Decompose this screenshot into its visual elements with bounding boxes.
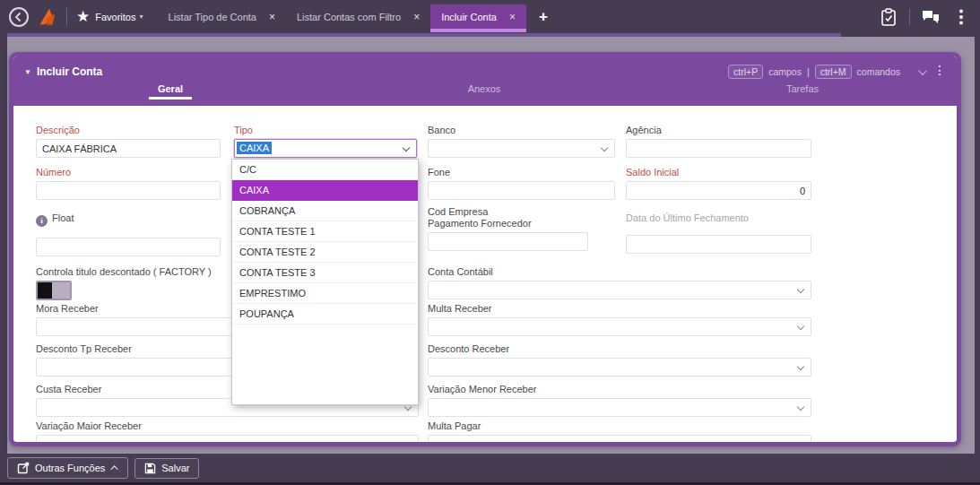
salvar-button[interactable]: Salvar — [134, 458, 199, 479]
panel-menu-button[interactable]: ⋮ — [933, 64, 946, 76]
agencia-input[interactable] — [626, 139, 811, 158]
tab-geral[interactable]: Geral — [158, 83, 183, 100]
chevron-down-icon — [601, 144, 608, 152]
tipo-option[interactable]: C/C — [232, 160, 418, 180]
saldo-inicial-input[interactable] — [626, 181, 811, 200]
tipo-combobox[interactable]: CAIXA — [234, 139, 417, 158]
variacao-menor-receber-label: Variação Menor Receber — [428, 384, 811, 395]
panel-header: ▼ Incluir Conta ctrl+P campos | ctrl+M c… — [13, 56, 957, 106]
new-tab-button[interactable]: + — [539, 8, 548, 26]
tab-listar-tipo-de-conta[interactable]: Listar Tipo de Conta × — [158, 4, 286, 29]
cod-empresa-input[interactable] — [428, 232, 588, 251]
outras-funcoes-button[interactable]: Outras Funções — [7, 457, 128, 479]
chevron-down-icon — [797, 323, 804, 330]
chevron-down-icon — [918, 66, 927, 75]
tipo-option[interactable]: POUPANÇA — [232, 304, 418, 325]
multa-receber-label: Multa Receber — [428, 303, 811, 315]
conta-contabil-select[interactable] — [428, 281, 811, 299]
float-input[interactable] — [36, 238, 221, 256]
divider — [909, 9, 910, 25]
tasks-clipboard-button[interactable] — [879, 7, 898, 27]
page-background: ▼ Incluir Conta ctrl+P campos | ctrl+M c… — [7, 37, 975, 454]
topbar-accent-line — [7, 33, 841, 37]
cod-empresa-label-line1: Cod Empresa — [428, 206, 488, 217]
agencia-label: Agência — [626, 125, 811, 136]
close-icon[interactable]: × — [269, 11, 275, 23]
chat-bubbles-icon — [921, 9, 941, 25]
tab-tarefas[interactable]: Tarefas — [786, 83, 819, 100]
float-label: Float — [52, 212, 74, 223]
chevron-down-icon — [403, 144, 410, 152]
variacao-maior-receber-label: Variação Maior Receber — [36, 420, 419, 432]
info-icon[interactable]: i — [36, 215, 48, 227]
overflow-menu-button[interactable] — [951, 7, 971, 27]
save-floppy-icon — [144, 463, 156, 474]
fone-label: Fone — [428, 167, 615, 178]
shortcut-divider: | — [807, 66, 810, 77]
star-icon: ★ — [76, 7, 90, 26]
favorites-menu[interactable]: ★ Favoritos ▾ — [76, 7, 143, 26]
salvar-label: Salvar — [161, 463, 189, 473]
tab-incluir-conta[interactable]: Incluir Conta × — [430, 4, 526, 29]
back-button[interactable] — [9, 7, 29, 27]
outras-funcoes-label: Outras Funções — [35, 463, 105, 473]
tab-anexos[interactable]: Anexos — [468, 83, 501, 100]
data-ultimo-fechamento-input[interactable] — [626, 235, 811, 254]
multa-pagar-label: Multa Pagar — [428, 420, 811, 432]
collapse-triangle-icon: ▼ — [24, 68, 31, 76]
banco-select[interactable] — [428, 139, 615, 158]
multa-pagar-select[interactable] — [428, 435, 811, 441]
cod-empresa-label: Cod Empresa Pagamento Fornecedor — [428, 206, 588, 230]
form-body: Descrição Tipo CAIXA Banco Agência Númer… — [13, 106, 957, 441]
commands-dropdown-button[interactable] — [918, 66, 924, 77]
tipo-option[interactable]: CONTA TESTE 3 — [232, 263, 418, 283]
descricao-input[interactable] — [36, 139, 221, 158]
float-label-row: iFloat — [36, 212, 221, 227]
tipo-option[interactable]: EMPRESTIMO — [232, 283, 418, 304]
cod-empresa-label-line2: Pagamento Fornecedor — [428, 218, 532, 229]
close-icon[interactable]: × — [509, 11, 516, 23]
favorites-label: Favoritos — [95, 12, 135, 22]
tipo-dropdown-list: C/C CAIXA COBRANÇA CONTA TESTE 1 CONTA T… — [231, 159, 419, 405]
saldo-inicial-label: Saldo Inicial — [626, 167, 811, 178]
tab-strip: Listar Tipo de Conta × Listar Contas com… — [158, 0, 548, 33]
tipo-option[interactable]: CONTA TESTE 2 — [232, 242, 418, 263]
controla-titulo-toggle[interactable] — [36, 281, 72, 300]
panel-title-toggle[interactable]: ▼ Incluir Conta — [24, 65, 102, 78]
chevron-down-icon — [404, 440, 412, 441]
shortcut-commands-label: comandos — [857, 66, 900, 77]
tab-listar-contas-com-filtro[interactable]: Listar Contas com Filtro × — [286, 4, 430, 29]
multa-receber-select[interactable] — [428, 317, 811, 336]
shortcut-hints: ctrl+P campos | ctrl+M comandos — [728, 65, 924, 79]
toggle-knob — [38, 282, 52, 299]
fone-input[interactable] — [428, 181, 615, 200]
numero-label: Número — [36, 167, 221, 178]
chevron-down-icon — [797, 286, 804, 293]
kebab-menu-icon — [959, 9, 963, 25]
variacao-menor-receber-select[interactable] — [428, 398, 811, 417]
chevron-down-icon — [797, 403, 804, 411]
chevron-down-icon — [797, 440, 804, 441]
numero-input[interactable] — [36, 181, 221, 200]
close-icon[interactable]: × — [413, 11, 420, 23]
tab-label: Listar Contas com Filtro — [297, 12, 401, 22]
tipo-option-selected[interactable]: CAIXA — [232, 180, 418, 201]
tipo-option[interactable]: CONTA TESTE 1 — [232, 221, 418, 242]
desconto-receber-select[interactable] — [428, 358, 811, 377]
tab-label: Incluir Conta — [441, 12, 497, 22]
kbd-ctrl-p: ctrl+P — [728, 65, 763, 79]
tab-label: Listar Tipo de Conta — [169, 12, 256, 22]
data-ultimo-fechamento-label: Data do Último Fechamento — [626, 212, 811, 224]
tipo-option[interactable]: COBRANÇA — [232, 201, 418, 221]
edit-box-icon — [17, 462, 30, 474]
kbd-ctrl-m: ctrl+M — [815, 65, 852, 79]
panel-title: Incluir Conta — [37, 65, 102, 78]
messages-button[interactable] — [921, 7, 941, 27]
app-logo-icon — [38, 7, 57, 27]
chevron-up-icon — [111, 465, 118, 472]
variacao-maior-receber-select[interactable] — [36, 435, 419, 441]
shortcut-fields-label: campos — [768, 66, 802, 77]
top-bar: ★ Favoritos ▾ Listar Tipo de Conta × Lis… — [0, 0, 980, 37]
action-bar: Outras Funções Salvar — [0, 454, 980, 485]
chevron-down-icon: ▾ — [140, 13, 143, 21]
